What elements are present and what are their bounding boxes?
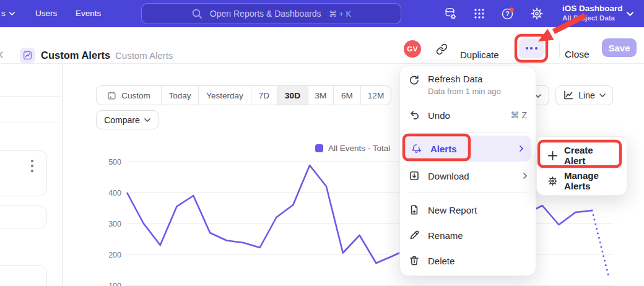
avatar[interactable]: GV xyxy=(404,40,421,58)
line-chart-icon xyxy=(563,90,574,101)
side-card[interactable] xyxy=(0,265,47,286)
range-today[interactable]: Today xyxy=(162,86,199,105)
close-button[interactable]: Close xyxy=(565,49,590,60)
side-card[interactable] xyxy=(0,150,47,196)
nav-item-users[interactable]: Users xyxy=(35,9,57,18)
menu-divider xyxy=(409,192,527,193)
range-30d[interactable]: 30D xyxy=(277,86,308,105)
gear-icon[interactable] xyxy=(530,7,544,20)
legend-swatch xyxy=(315,144,323,152)
data-management-icon[interactable] xyxy=(443,7,457,20)
plus-icon xyxy=(547,150,558,161)
save-button[interactable]: Save xyxy=(602,38,637,57)
trash-icon xyxy=(409,255,420,266)
project-switcher[interactable]: iOS Dashboard All Project Data xyxy=(562,4,623,22)
svg-text:300: 300 xyxy=(108,220,121,228)
menu-item-label: Refresh Data xyxy=(428,74,482,84)
undo-shortcut: ⌘ Z xyxy=(511,110,527,120)
chevron-right-icon xyxy=(520,145,523,152)
menu-item-label: New Report xyxy=(428,205,477,215)
chevron-left-icon[interactable] xyxy=(0,51,3,58)
nav-item-partial[interactable]: s xyxy=(1,9,15,18)
project-subtitle: All Project Data xyxy=(562,14,623,22)
refresh-status: Data from 1 min ago xyxy=(428,87,501,96)
kebab-menu-icon[interactable] xyxy=(31,160,33,172)
date-range-control: Custom Today Yesterday 7D 30D 3M 6M 12M xyxy=(96,85,391,105)
project-title: iOS Dashboard xyxy=(562,4,623,14)
menu-item-label: Undo xyxy=(428,110,450,121)
panel-separator xyxy=(0,96,62,97)
search-shortcut: ⌘ + K xyxy=(329,9,352,19)
global-search[interactable]: Open Reports & Dashboards ⌘ + K xyxy=(141,3,401,24)
search-placeholder: Open Reports & Dashboards xyxy=(210,9,321,19)
menu-item-undo[interactable]: Undo ⌘ Z xyxy=(400,102,536,129)
pencil-icon xyxy=(409,230,420,241)
submenu-item-create-alert[interactable]: Create Alert xyxy=(537,143,627,168)
breadcrumb: Custom Alerts xyxy=(115,50,173,61)
submenu-item-label: Manage Alerts xyxy=(564,170,616,191)
undo-icon xyxy=(409,110,420,121)
divider xyxy=(559,42,560,57)
svg-text:400: 400 xyxy=(108,189,121,197)
search-icon xyxy=(191,8,202,19)
menu-item-rename[interactable]: Rename xyxy=(400,223,536,248)
menu-item-label: Alerts xyxy=(430,144,457,154)
calendar-icon xyxy=(107,91,116,100)
nav-item-events[interactable]: Events xyxy=(76,9,101,18)
new-report-icon xyxy=(409,204,420,215)
chevron-down-icon xyxy=(144,118,150,122)
range-3m[interactable]: 3M xyxy=(308,86,334,105)
range-12m[interactable]: 12M xyxy=(361,86,391,105)
page-title: Custom Alerts xyxy=(41,50,110,61)
svg-text:100: 100 xyxy=(108,282,121,286)
more-options-menu: Refresh Data Data from 1 min ago Undo ⌘ … xyxy=(399,66,536,276)
alerts-submenu: Create Alert Manage Alerts xyxy=(536,136,627,196)
svg-text:?: ? xyxy=(505,10,509,17)
help-icon[interactable]: ? xyxy=(501,7,515,20)
alert-bell-icon xyxy=(411,143,422,154)
menu-item-download[interactable]: Download xyxy=(400,163,536,189)
range-custom[interactable]: Custom xyxy=(97,86,162,105)
chart-type-button[interactable]: Line xyxy=(555,85,613,105)
menu-item-label: Delete xyxy=(428,256,455,266)
compare-button[interactable]: Compare xyxy=(96,110,159,129)
more-options-button[interactable] xyxy=(519,38,544,58)
menu-item-delete[interactable]: Delete xyxy=(400,248,536,274)
report-type-icon xyxy=(20,48,35,63)
chevron-down-icon xyxy=(599,93,606,97)
side-card[interactable] xyxy=(0,206,47,228)
download-icon xyxy=(409,170,420,181)
svg-text:500: 500 xyxy=(108,158,121,167)
menu-item-refresh-data[interactable]: Refresh Data Data from 1 min ago xyxy=(400,72,536,103)
screen: 500400300200100 All Events - Total Custo… xyxy=(0,0,644,286)
submenu-item-manage-alerts[interactable]: Manage Alerts xyxy=(537,168,627,193)
duplicate-button[interactable]: Duplicate xyxy=(460,50,499,60)
chart-legend[interactable]: All Events - Total xyxy=(315,144,390,153)
svg-text:200: 200 xyxy=(108,251,121,259)
top-nav: s Users Events Open Reports & Dashboards… xyxy=(0,0,644,27)
chevron-down-icon xyxy=(9,12,15,15)
refresh-icon xyxy=(409,75,420,86)
panel-separator xyxy=(0,123,62,123)
menu-item-label: Rename xyxy=(428,230,463,241)
apps-grid-icon[interactable] xyxy=(472,7,486,20)
menu-item-alerts[interactable]: Alerts xyxy=(404,136,531,162)
legend-label: All Events - Total xyxy=(328,144,390,153)
report-header: Custom Alerts Custom Alerts GV Duplicate… xyxy=(0,27,644,64)
menu-divider xyxy=(409,132,527,132)
copy-link-icon[interactable] xyxy=(436,43,448,55)
range-yesterday[interactable]: Yesterday xyxy=(199,86,251,105)
gear-icon xyxy=(547,176,558,186)
range-7d[interactable]: 7D xyxy=(251,86,277,105)
submenu-item-label: Create Alert xyxy=(564,145,616,166)
menu-item-label: Download xyxy=(428,171,469,181)
sidebar-divider xyxy=(62,64,63,286)
menu-item-new-report[interactable]: New Report xyxy=(400,197,536,223)
chevron-right-icon xyxy=(523,173,527,179)
chevron-down-icon xyxy=(627,12,633,16)
range-6m[interactable]: 6M xyxy=(334,86,361,105)
notification-dot xyxy=(510,7,514,12)
